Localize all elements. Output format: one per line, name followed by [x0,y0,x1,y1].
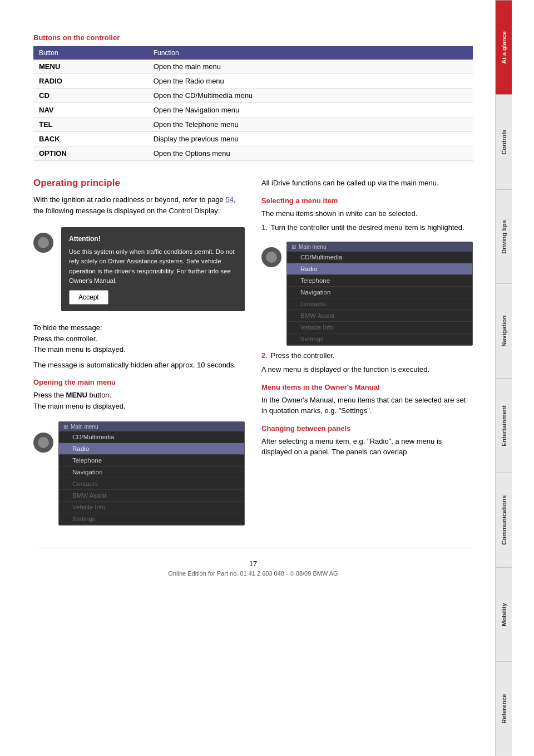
button-cell: NAV [33,103,148,117]
buttons-section-heading: Buttons on the controller [33,33,473,42]
list-item: Vehicle Info [59,502,244,513]
intro-text: With the ignition at radio readiness or … [33,195,224,204]
left-menu-icon: ⊞ [63,424,68,430]
table-row: MENUOpen the main menu [33,60,473,74]
button-cell: CD [33,89,148,103]
right-menu-icon: ⊞ [291,244,296,250]
page-ref-link[interactable]: 54 [225,195,233,204]
auto-hidden-text: The message is automatically hidden afte… [33,360,245,371]
left-menu-container: ⊞ Main menu CD/MultimediaRadioTelephoneN… [58,416,245,531]
function-cell: Open the Telephone menu [148,117,473,132]
sidebar-tab-controls[interactable]: Controls [496,95,512,189]
all-functions-text: All iDrive functions can be called up vi… [261,178,473,189]
step1-item: 1. Turn the controller until the desired… [261,223,473,232]
right-menu-title-bar: ⊞ Main menu [287,242,472,252]
list-item: Navigation [287,287,472,298]
right-main-menu: ⊞ Main menu CD/MultimediaRadioTelephoneN… [286,242,473,346]
list-item: Navigation [59,467,244,478]
left-menu-items: CD/MultimediaRadioTelephoneNavigationCon… [59,431,244,525]
table-row: NAVOpen the Navigation menu [33,103,473,117]
controller-knob-inner [38,437,49,448]
list-item: CD/Multimedia [59,431,244,443]
sidebar-tab-mobility[interactable]: Mobility [496,567,512,662]
page-number: 17 [33,559,473,568]
operating-principle-title: Operating principle [33,178,245,189]
list-item: Contacts [287,298,472,310]
right-column: All iDrive functions can be called up vi… [261,178,473,531]
list-item: Telephone [59,455,244,467]
function-cell: Open the Options menu [148,146,473,161]
sidebar-tab-navigation[interactable]: Navigation [496,283,512,378]
step2-text: Press the controller. [271,351,335,360]
controller-knob-circle [33,433,53,453]
press-menu-text: Press the MENU button.The main menu is d… [33,390,245,411]
menu-items-owners-heading: Menu items in the Owner's Manual [261,383,473,391]
left-controller-knob [33,416,56,453]
step2-num: 2. [261,351,268,360]
list-item: BMW Assist [287,310,472,322]
selecting-menu-item-heading: Selecting a menu item [261,197,473,205]
right-menu-items: CD/MultimediaRadioTelephoneNavigationCon… [287,252,472,345]
right-controller-circle [261,247,281,267]
controller-image-left [33,222,56,253]
buttons-section: Buttons on the controller Button Functio… [33,33,473,161]
right-controller-inner [266,252,277,263]
left-menu-title-bar: ⊞ Main menu [59,422,244,431]
list-item: Settings [59,513,244,525]
button-cell: TEL [33,117,148,132]
attention-body: Use this system only when traffic condit… [69,247,237,286]
list-item: Contacts [59,478,244,490]
controller-icon [33,233,53,253]
button-cell: OPTION [33,146,148,161]
accept-button[interactable]: Accept [69,290,108,305]
hide-message-text: To hide the message: Press the controlle… [33,322,245,355]
attention-area: Attention! Use this system only when tra… [33,222,245,317]
left-column: Operating principle With the ignition at… [33,178,245,531]
menu-bold-word: MENU [66,391,87,399]
result-text: A new menu is displayed or the function … [261,364,473,375]
right-controller-knob [261,236,284,267]
function-cell: Open the Radio menu [148,74,473,89]
button-cell: RADIO [33,74,148,89]
menu-items-white-text: The menu items shown in white can be sel… [261,208,473,219]
sidebar-tab-driving-tips[interactable]: Driving tips [496,189,512,284]
sidebar-tab-at-a-glance[interactable]: At a glance [496,0,512,95]
button-cell: MENU [33,60,148,74]
sidebar-tab-communications[interactable]: Communications [496,473,512,567]
opening-main-menu-heading: Opening the main menu [33,378,245,386]
changing-panels-heading: Changing between panels [261,424,473,433]
footer-text: Online Edition for Part no. 01 41 2 603 … [33,570,473,577]
list-item: Vehicle Info [287,322,472,333]
list-item: CD/Multimedia [287,252,472,263]
left-main-menu: ⊞ Main menu CD/MultimediaRadioTelephoneN… [58,421,245,526]
table-row: RADIOOpen the Radio menu [33,74,473,89]
step1-num: 1. [261,223,268,232]
col-function-header: Function [148,46,473,60]
right-menu-container: ⊞ Main menu CD/MultimediaRadioTelephoneN… [286,236,473,351]
function-cell: Open the main menu [148,60,473,74]
function-cell: Display the previous menu [148,132,473,146]
table-row: BACKDisplay the previous menu [33,132,473,146]
press-text: Press the [33,391,64,399]
intro-paragraph: With the ignition at radio readiness or … [33,194,245,216]
table-row: TELOpen the Telephone menu [33,117,473,132]
right-menu-screenshot-area: ⊞ Main menu CD/MultimediaRadioTelephoneN… [261,236,473,351]
menu-items-owners-text: In the Owner's Manual, menu items that c… [261,395,473,416]
step1-text: Turn the controller until the desired me… [271,223,464,232]
table-row: CDOpen the CD/Multimedia menu [33,89,473,103]
right-menu-title: Main menu [299,244,326,250]
sidebar-tabs: At a glanceControlsDriving tipsNavigatio… [495,0,512,756]
page-footer: 17 Online Edition for Part no. 01 41 2 6… [33,548,473,582]
list-item: Settings [287,333,472,345]
list-item: BMW Assist [59,490,244,502]
function-cell: Open the Navigation menu [148,103,473,117]
sidebar-tab-reference[interactable]: Reference [496,661,512,756]
controller-inner [38,237,49,248]
table-row: OPTIONOpen the Options menu [33,146,473,161]
function-cell: Open the CD/Multimedia menu [148,89,473,103]
button-cell: BACK [33,132,148,146]
sidebar-tab-entertainment[interactable]: Entertainment [496,378,512,473]
attention-box: Attention! Use this system only when tra… [61,227,245,311]
buttons-table: Button Function MENUOpen the main menuRA… [33,46,473,161]
changing-panels-text: After selecting a menu item, e.g. "Radio… [261,436,473,458]
